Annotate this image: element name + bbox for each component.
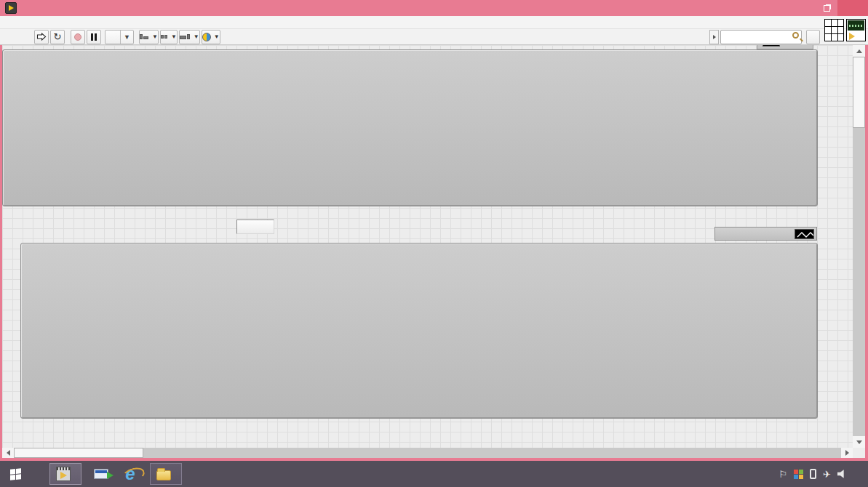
scroll-right-button[interactable]: [841, 448, 853, 458]
search-icon[interactable]: [792, 32, 799, 39]
time-response-graph[interactable]: [2, 49, 818, 206]
horizontal-scroll-thumb[interactable]: [14, 448, 143, 458]
scroll-down-button[interactable]: [853, 436, 865, 448]
taskbar-item-snip-tool[interactable]: [92, 464, 111, 483]
arrow-up-icon: [856, 49, 862, 53]
run-button[interactable]: [34, 30, 49, 44]
bottom-legend-plot-chip[interactable]: [795, 229, 814, 239]
start-button[interactable]: [6, 464, 25, 483]
scroll-left-button[interactable]: [2, 448, 14, 458]
device-icon[interactable]: [810, 469, 816, 479]
arrow-down-icon: [856, 440, 862, 444]
arrow-right-icon: [845, 450, 849, 456]
pause-button[interactable]: [87, 30, 101, 44]
taskbar: e ⚐ ✈: [0, 461, 868, 487]
overflow-arrow-icon: [713, 35, 716, 39]
vi-icon-arrow: [849, 33, 855, 40]
reorder-button[interactable]: ▼: [202, 30, 220, 44]
taskbar-folder-task[interactable]: [150, 463, 182, 485]
toolbar: ↻ ▼ ▼ ▼ ▼ ▼: [0, 29, 868, 45]
close-button[interactable]: [837, 0, 868, 16]
minimize-button[interactable]: [795, 0, 816, 16]
run-arrow-icon: [36, 33, 47, 41]
help-button[interactable]: [806, 30, 820, 44]
font-selector-arrow[interactable]: ▼: [120, 31, 133, 44]
labview-front-panel-window: ↻ ▼ ▼ ▼ ▼ ▼: [0, 0, 868, 487]
window-border-right: [865, 45, 868, 458]
windows-logo-icon: [10, 468, 21, 480]
numeric-indicator[interactable]: [236, 220, 274, 234]
search-box: [720, 30, 802, 44]
resize-objects-icon: [180, 34, 190, 39]
time-response-plot[interactable]: [3, 50, 817, 206]
abort-button[interactable]: [71, 30, 85, 44]
restore-icon: [824, 5, 830, 12]
folder-icon: [156, 470, 171, 480]
align-objects-icon: [140, 34, 148, 39]
fft-waveform-graph[interactable]: [20, 243, 818, 419]
vi-icon-waveform: [848, 20, 864, 31]
horizontal-scrollbar[interactable]: [2, 448, 853, 458]
vi-icon[interactable]: [846, 19, 866, 41]
font-selector[interactable]: ▼: [105, 30, 134, 44]
legend-line-icon: [795, 230, 815, 240]
resize-objects-button[interactable]: ▼: [179, 30, 200, 44]
vertical-scrollbar[interactable]: [853, 45, 865, 448]
distribute-objects-button[interactable]: ▼: [160, 30, 178, 44]
scroll-up-button[interactable]: [853, 45, 865, 57]
snip-tool-icon: [94, 469, 108, 479]
run-continuous-button[interactable]: ↻: [50, 30, 65, 44]
fft-plot[interactable]: [21, 244, 817, 418]
action-center-flag-icon[interactable]: ⚐: [779, 469, 787, 480]
search-input[interactable]: [720, 30, 802, 44]
reorder-icon: [202, 33, 211, 41]
abort-icon: [74, 33, 81, 41]
connector-pane-icon[interactable]: [824, 19, 844, 41]
system-tray: ⚐ ✈: [779, 461, 864, 487]
menu-bar: [0, 16, 868, 29]
toolbar-overflow-button[interactable]: [709, 30, 719, 44]
defender-icon[interactable]: [794, 470, 803, 479]
align-objects-button[interactable]: ▼: [139, 30, 159, 44]
internet-explorer-icon: e: [125, 465, 135, 483]
distribute-objects-icon: [161, 35, 167, 39]
taskbar-item-internet-explorer[interactable]: e: [121, 464, 140, 483]
volume-icon[interactable]: [837, 470, 848, 479]
arrow-left-icon: [7, 450, 10, 456]
run-continuous-icon: ↻: [54, 31, 62, 42]
labview-app-icon[interactable]: [5, 2, 17, 14]
vertical-scroll-thumb[interactable]: [853, 57, 865, 128]
taskbar-active-task[interactable]: [49, 463, 81, 485]
restore-button[interactable]: [816, 0, 837, 16]
labview-task-icon: [56, 467, 71, 481]
title-bar: [0, 0, 868, 16]
bottom-graph-legend[interactable]: [714, 227, 817, 241]
pause-icon: [91, 33, 97, 41]
corner-icons: [824, 19, 866, 41]
airplane-mode-icon[interactable]: ✈: [823, 469, 831, 480]
